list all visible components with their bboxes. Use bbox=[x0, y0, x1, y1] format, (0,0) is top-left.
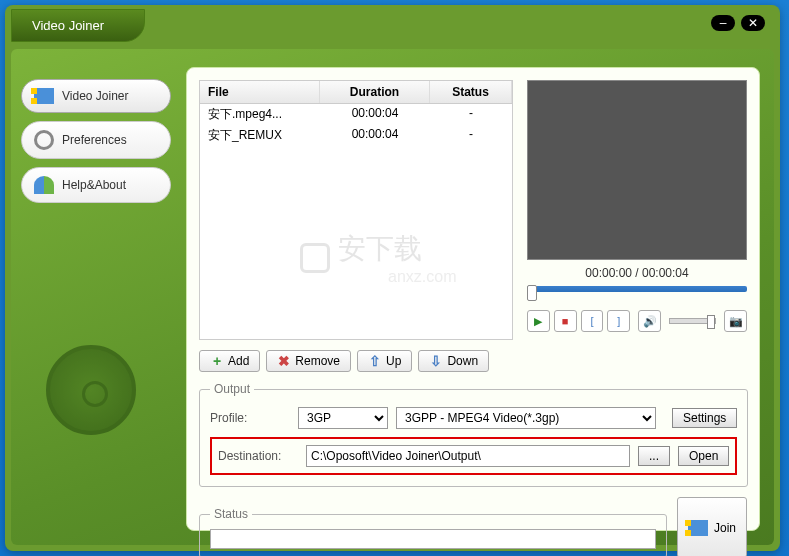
browse-button[interactable]: ... bbox=[638, 446, 670, 466]
gear-icon bbox=[34, 130, 54, 150]
sidebar-item-video-joiner[interactable]: Video Joiner bbox=[21, 79, 171, 113]
close-button[interactable]: ✕ bbox=[741, 15, 765, 31]
seek-thumb[interactable] bbox=[527, 285, 537, 301]
output-fieldset: Output Profile: 3GP 3GPP - MPEG4 Video(*… bbox=[199, 382, 748, 487]
arrow-up-icon: ⇧ bbox=[368, 354, 382, 368]
mark-in-button[interactable]: [ bbox=[581, 310, 604, 332]
x-icon: ✖ bbox=[277, 354, 291, 368]
profile-label: Profile: bbox=[210, 411, 290, 425]
open-button[interactable]: Open bbox=[678, 446, 729, 466]
sidebar-item-help[interactable]: Help&About bbox=[21, 167, 171, 203]
down-button[interactable]: ⇩Down bbox=[418, 350, 489, 372]
file-list[interactable]: File Duration Status 安下.mpeg4... 00:00:0… bbox=[199, 80, 513, 340]
output-legend: Output bbox=[210, 382, 254, 396]
add-button[interactable]: +Add bbox=[199, 350, 260, 372]
arrow-down-icon: ⇩ bbox=[429, 354, 443, 368]
remove-button[interactable]: ✖Remove bbox=[266, 350, 351, 372]
settings-button[interactable]: Settings bbox=[672, 408, 737, 428]
list-item[interactable]: 安下_REMUX 00:00:04 - bbox=[200, 125, 512, 146]
sidebar-item-label: Preferences bbox=[62, 133, 127, 147]
time-display: 00:00:00 / 00:00:04 bbox=[527, 266, 747, 280]
play-button[interactable]: ▶ bbox=[527, 310, 550, 332]
window-controls: – ✕ bbox=[711, 15, 765, 31]
plus-icon: + bbox=[210, 354, 224, 368]
volume-icon[interactable]: 🔊 bbox=[638, 310, 661, 332]
status-legend: Status bbox=[210, 507, 252, 521]
window-title: Video Joiner bbox=[11, 9, 145, 42]
volume-slider[interactable] bbox=[669, 318, 716, 324]
mark-out-button[interactable]: ] bbox=[607, 310, 630, 332]
seek-slider[interactable] bbox=[527, 286, 747, 300]
sidebar-item-label: Help&About bbox=[62, 178, 126, 192]
join-icon bbox=[34, 88, 54, 104]
film-reel-decoration bbox=[31, 345, 151, 525]
app-body: Video Joiner Preferences Help&About File… bbox=[11, 49, 774, 545]
destination-label: Destination: bbox=[218, 449, 298, 463]
play-controls: ▶ ■ [ ] 🔊 📷 bbox=[527, 310, 747, 332]
file-toolbar: +Add ✖Remove ⇧Up ⇩Down bbox=[199, 350, 747, 372]
watermark: 安下载 anxz.com bbox=[300, 230, 456, 286]
titlebar: Video Joiner – ✕ bbox=[5, 5, 780, 45]
list-item[interactable]: 安下.mpeg4... 00:00:04 - bbox=[200, 104, 512, 125]
col-status: Status bbox=[430, 81, 512, 103]
profile-format-select[interactable]: 3GP bbox=[298, 407, 388, 429]
col-file: File bbox=[200, 81, 320, 103]
snapshot-button[interactable]: 📷 bbox=[724, 310, 747, 332]
video-preview[interactable] bbox=[527, 80, 747, 260]
profile-detail-select[interactable]: 3GPP - MPEG4 Video(*.3gp) bbox=[396, 407, 656, 429]
join-button[interactable]: Join bbox=[677, 497, 747, 556]
main-panel: File Duration Status 安下.mpeg4... 00:00:0… bbox=[186, 67, 760, 531]
help-icon bbox=[34, 176, 54, 194]
sidebar: Video Joiner Preferences Help&About bbox=[21, 79, 171, 211]
up-button[interactable]: ⇧Up bbox=[357, 350, 412, 372]
minimize-button[interactable]: – bbox=[711, 15, 735, 31]
join-icon bbox=[688, 520, 708, 536]
status-bar bbox=[210, 529, 656, 549]
sidebar-item-label: Video Joiner bbox=[62, 89, 129, 103]
preview-column: 00:00:00 / 00:00:04 ▶ ■ [ ] 🔊 📷 bbox=[527, 80, 747, 340]
file-list-header: File Duration Status bbox=[200, 81, 512, 104]
destination-row: Destination: ... Open bbox=[210, 437, 737, 475]
sidebar-item-preferences[interactable]: Preferences bbox=[21, 121, 171, 159]
col-duration: Duration bbox=[320, 81, 430, 103]
lock-icon bbox=[300, 243, 330, 273]
destination-input[interactable] bbox=[306, 445, 630, 467]
status-fieldset: Status bbox=[199, 507, 667, 556]
stop-button[interactable]: ■ bbox=[554, 310, 577, 332]
